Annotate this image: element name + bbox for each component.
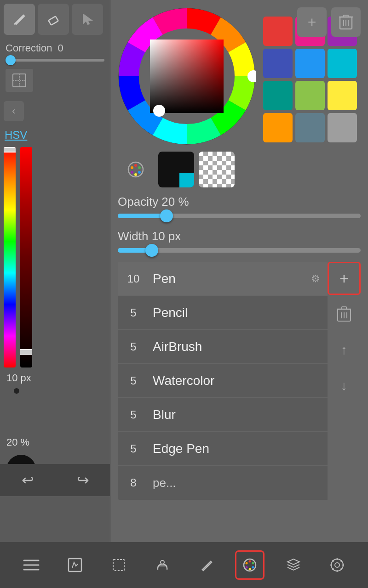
svg-point-49 [340,560,342,562]
brush-actions: + ↑ ↓ [328,262,361,500]
svg-point-16 [134,164,137,167]
color-swatch-blue[interactable] [295,49,325,78]
brush-item-pen[interactable]: 10 Pen ⚙ [118,262,328,296]
brush-item-blur[interactable]: 5 Blur [118,398,328,432]
brush-num-edgepen: 5 [125,442,142,455]
top-actions: + [297,7,361,37]
left-panel: Correction 0 ‹ HSV [0,0,110,542]
brush-item-pencil[interactable]: 5 Pencil [118,296,328,330]
menu-btn[interactable] [17,550,46,580]
settings-btn[interactable] [322,550,352,580]
brush-settings-icon-pen[interactable]: ⚙ [311,273,320,285]
brush-name-pen: Pen [153,271,311,286]
collapse-btn[interactable]: ‹ [4,101,24,121]
brush-name-airbrush: AirBrush [153,339,320,354]
opacity-label: Opacity 20 % [118,195,361,209]
svg-rect-32 [113,560,124,571]
bottom-toolbar [0,542,368,588]
correction-label: Correction [6,42,52,54]
brush-num-pen: 10 [125,272,142,285]
correction-section: Correction 0 [0,39,110,56]
brush-btn[interactable] [191,550,221,580]
main-panel: + [110,0,368,542]
brush-num-partial: 8 [125,476,142,489]
svg-point-45 [330,564,332,566]
color-wheel[interactable] [118,7,256,145]
color-swatch-orange[interactable] [263,113,293,142]
brush-list-container: 10 Pen ⚙ 5 Pencil 5 AirBrush 5 Watercolo… [110,262,368,500]
transparent-mode-btn[interactable] [199,152,235,187]
svg-point-42 [335,563,339,567]
svg-point-48 [340,568,342,570]
selection-btn[interactable] [104,550,133,580]
brush-item-airbrush[interactable]: 5 AirBrush [118,330,328,364]
saturation-slider[interactable] [20,147,32,368]
select-tool-btn[interactable] [72,4,103,35]
brush-num-blur: 5 [125,408,142,421]
svg-point-20 [131,171,133,174]
pen-tool-btn[interactable] [4,4,35,35]
svg-point-36 [252,562,254,565]
correction-slider-track[interactable] [6,59,104,62]
shape-btn[interactable] [148,550,177,580]
opacity-slider[interactable] [118,214,361,218]
svg-point-21 [134,173,137,176]
brush-name-watercolor: Watercolor [153,373,320,388]
color-mode-row [110,145,368,187]
color-swatch-lightgreen[interactable] [295,81,325,110]
move-up-brush-btn[interactable]: ↑ [328,334,361,367]
undo-redo-row: ↩ ↪ [0,464,110,496]
redo-btn[interactable]: ↪ [77,471,89,489]
top-tools [0,0,110,39]
svg-point-47 [332,560,334,562]
color-swatch-indigo[interactable] [263,49,293,78]
svg-point-43 [336,558,338,560]
brush-name-blur: Blur [153,407,320,422]
svg-rect-1 [13,74,26,87]
brush-item-edgepen[interactable]: 5 Edge Pen [118,432,328,466]
svg-point-44 [336,570,338,572]
correction-value: 0 [58,42,63,54]
color-swatch-teal[interactable] [263,81,293,110]
opacity-section: Opacity 20 % [110,187,368,218]
eraser-tool-btn[interactable] [38,4,69,35]
undo-btn[interactable]: ↩ [22,471,34,489]
color-swatch-cyan[interactable] [328,49,357,78]
brush-num-watercolor: 5 [125,374,142,387]
delete-brush-btn[interactable] [328,298,361,331]
brush-item-watercolor[interactable]: 5 Watercolor [118,364,328,398]
hue-slider[interactable] [4,147,16,368]
brush-item-partial[interactable]: 8 pe... [118,466,328,500]
color-display-btn[interactable] [158,152,194,187]
width-label: Width 10 px [118,229,361,243]
svg-point-19 [131,166,133,169]
snapping-box[interactable] [6,69,33,92]
color-swatch-yellow[interactable] [328,81,357,110]
add-brush-btn[interactable]: + [328,262,361,295]
color-swatch-red[interactable] [263,17,293,46]
layers-btn[interactable] [279,550,308,580]
brush-list: 10 Pen ⚙ 5 Pencil 5 AirBrush 5 Watercolo… [118,262,328,500]
move-down-brush-btn[interactable]: ↓ [328,369,361,402]
opacity-value-label: 20 % [6,436,29,448]
edit-btn[interactable] [60,550,90,580]
svg-point-46 [342,564,344,566]
brush-name-pencil: Pencil [153,305,320,320]
delete-color-btn[interactable] [331,7,361,37]
svg-rect-6 [344,15,348,17]
svg-point-50 [332,568,334,570]
color-btn[interactable] [235,550,264,580]
svg-point-35 [248,560,251,563]
palette-mode-btn[interactable] [118,152,154,187]
svg-point-40 [248,568,251,571]
color-swatch-bluegrey[interactable] [295,113,325,142]
size-dot-preview [14,388,19,394]
width-section: Width 10 px [110,227,368,253]
add-color-btn[interactable]: + [297,7,327,37]
color-swatch-grey[interactable] [328,113,357,142]
hsv-label[interactable]: HSV [5,129,27,141]
svg-point-38 [245,562,247,565]
width-slider[interactable] [118,248,361,253]
svg-point-13 [248,71,256,82]
svg-point-39 [245,566,247,569]
